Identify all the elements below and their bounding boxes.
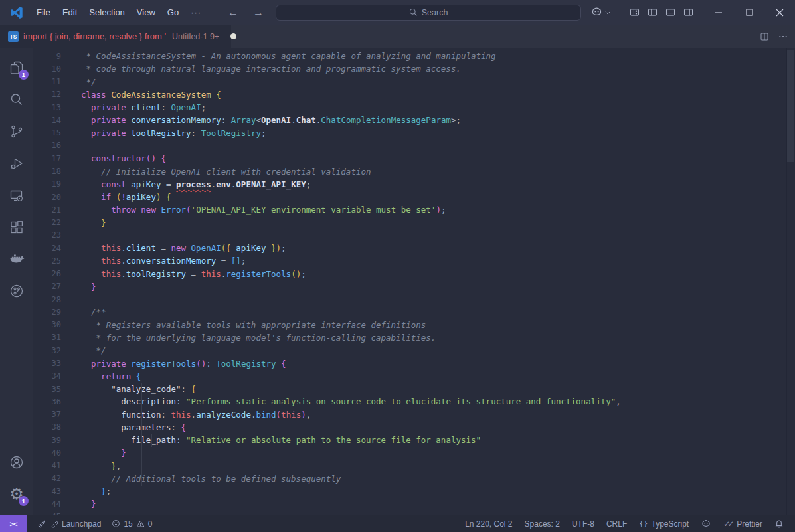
sidebar-item-settings[interactable]: ⚙ 1 — [1, 478, 33, 510]
customize-layout-icon[interactable] — [629, 7, 640, 18]
error-icon — [112, 519, 120, 528]
code-line[interactable]: 41 }, — [33, 460, 795, 472]
copilot-status-button[interactable] — [695, 515, 717, 532]
split-editor-icon[interactable] — [759, 31, 770, 42]
code-line[interactable]: 40 } — [33, 446, 795, 459]
code-line[interactable]: 42 // Additional tools to be defined sub… — [33, 472, 795, 485]
code-line[interactable]: 45 — [33, 511, 795, 515]
line-number: 24 — [33, 244, 81, 253]
modified-dot-icon[interactable] — [230, 33, 236, 39]
line-number: 27 — [33, 282, 81, 291]
copilot-icon — [701, 519, 711, 529]
tab-untitled-1[interactable]: TS import { join, dirname, resolve } fro… — [0, 25, 231, 48]
line-number: 20 — [33, 193, 81, 202]
sidebar-item-remote-explorer[interactable] — [1, 179, 33, 211]
menu-selection[interactable]: Selection — [83, 5, 130, 20]
code-line[interactable]: 28 — [33, 293, 795, 306]
editor-scrollbar[interactable] — [786, 48, 795, 515]
code-line[interactable]: 43 }; — [33, 485, 795, 497]
code-line[interactable]: 30 * Registers available tools with appr… — [33, 319, 795, 331]
minimize-button[interactable] — [703, 0, 734, 25]
code-line[interactable]: 21 throw new Error('OPENAI_API_KEY envir… — [33, 203, 795, 216]
code-line[interactable]: 16 — [33, 139, 795, 152]
menu-go[interactable]: Go — [161, 5, 185, 20]
search-placeholder: Search — [422, 8, 448, 17]
sidebar-item-run-and-debug[interactable] — [1, 147, 33, 179]
launchpad-label: Launchpad — [62, 519, 101, 529]
code-text: private conversationMemory: Array<OpenAI… — [81, 115, 461, 125]
code-line[interactable]: 35 "analyze_code": { — [33, 383, 795, 395]
code-line[interactable]: 26 this.toolRegistry = this.registerTool… — [33, 268, 795, 280]
forward-arrow-icon[interactable]: → — [250, 7, 266, 19]
menu-view[interactable]: View — [131, 5, 161, 20]
cursor-position-button[interactable]: Ln 220, Col 2 — [459, 515, 518, 532]
language-mode-button[interactable]: {} TypeScript — [633, 515, 695, 532]
code-line[interactable]: 44 } — [33, 497, 795, 510]
code-line[interactable]: 12class CodeAssistanceSystem { — [33, 88, 795, 101]
code-line[interactable]: 31 * for the underlying language model's… — [33, 331, 795, 344]
back-arrow-icon[interactable]: ← — [225, 7, 241, 19]
code-line[interactable]: 15 private toolRegistry: ToolRegistry; — [33, 127, 795, 139]
status-bar: >< Launchpad 15 0 Ln 220, Col 2 Spaces: … — [0, 515, 795, 532]
toggle-secondary-sidebar-icon[interactable] — [683, 7, 694, 18]
menu-file[interactable]: File — [31, 5, 56, 20]
code-editor[interactable]: 9 * CodeAssistanceSystem - An autonomous… — [33, 48, 795, 515]
code-line[interactable]: 11 */ — [33, 76, 795, 88]
formatter-button[interactable]: ✓✓ Prettier — [717, 515, 768, 532]
line-number: 21 — [33, 205, 81, 215]
code-line[interactable]: 36 description: "Performs static analysi… — [33, 395, 795, 408]
code-line[interactable]: 39 file_path: "Relative or absolute path… — [33, 434, 795, 446]
code-line[interactable]: 17 constructor() { — [33, 152, 795, 165]
toggle-panel-icon[interactable] — [665, 7, 676, 18]
sidebar-item-docker[interactable] — [1, 243, 33, 275]
code-line[interactable]: 19 const apiKey = process.env.OPENAI_API… — [33, 178, 795, 191]
copilot-menu-button[interactable] — [590, 6, 611, 19]
warning-count: 0 — [148, 519, 153, 529]
more-actions-icon[interactable] — [778, 31, 788, 42]
line-number: 35 — [33, 385, 81, 394]
remote-indicator-button[interactable]: >< — [0, 515, 27, 532]
code-line[interactable]: 13 private client: OpenAI; — [33, 101, 795, 114]
sidebar-item-search[interactable] — [1, 84, 33, 116]
eol-button[interactable]: CRLF — [600, 515, 633, 532]
code-line[interactable]: 29 /** — [33, 306, 795, 318]
maximize-button[interactable] — [734, 0, 764, 25]
code-line[interactable]: 37 function: this.analyzeCode.bind(this)… — [33, 408, 795, 420]
sidebar-item-explorer[interactable]: 1 — [1, 52, 33, 84]
code-line[interactable]: 32 */ — [33, 344, 795, 357]
code-line[interactable]: 9 * CodeAssistanceSystem - An autonomous… — [33, 50, 795, 62]
language-label: TypeScript — [652, 519, 689, 529]
code-line[interactable]: 24 this.client = new OpenAI({ apiKey }); — [33, 242, 795, 254]
code-line[interactable]: 23 — [33, 229, 795, 242]
indentation-button[interactable]: Spaces: 2 — [519, 515, 566, 532]
scrollbar-slider[interactable] — [787, 50, 794, 162]
menu-edit[interactable]: Edit — [56, 5, 83, 20]
problems-button[interactable]: 15 0 — [106, 515, 157, 532]
code-line[interactable]: 22 } — [33, 216, 795, 228]
close-button[interactable] — [764, 0, 795, 25]
code-line[interactable]: 18 // Initialize OpenAI client with cred… — [33, 165, 795, 177]
code-line[interactable]: 33 private registerTools(): ToolRegistry… — [33, 357, 795, 369]
notifications-button[interactable] — [768, 515, 790, 532]
editor-tab-bar: TS import { join, dirname, resolve } fro… — [0, 25, 795, 48]
sidebar-item-accounts[interactable] — [1, 446, 33, 478]
code-line[interactable]: 14 private conversationMemory: Array<Ope… — [33, 114, 795, 126]
line-number: 25 — [33, 256, 81, 266]
status-bar-right: Ln 220, Col 2 Spaces: 2 UTF-8 CRLF {} Ty… — [459, 515, 795, 532]
code-line[interactable]: 38 parameters: { — [33, 421, 795, 434]
code-line[interactable]: 34 return { — [33, 370, 795, 383]
sidebar-item-source-control[interactable] — [1, 116, 33, 147]
encoding-button[interactable]: UTF-8 — [566, 515, 600, 532]
code-line[interactable]: 27 } — [33, 280, 795, 293]
code-line[interactable]: 20 if (!apiKey) { — [33, 191, 795, 203]
sidebar-item-extensions[interactable] — [1, 211, 33, 243]
command-center-search[interactable]: Search — [276, 5, 581, 21]
line-number: 33 — [33, 359, 81, 368]
toggle-primary-sidebar-icon[interactable] — [647, 7, 658, 18]
menu-overflow-button[interactable]: ··· — [185, 6, 207, 19]
code-text: this.toolRegistry = this.registerTools()… — [81, 269, 306, 279]
code-line[interactable]: 10 * code through natural language inter… — [33, 62, 795, 75]
launchpad-button[interactable]: Launchpad — [32, 515, 106, 532]
code-line[interactable]: 25 this.conversationMemory = []; — [33, 254, 795, 267]
sidebar-item-git-graph[interactable] — [1, 275, 33, 307]
